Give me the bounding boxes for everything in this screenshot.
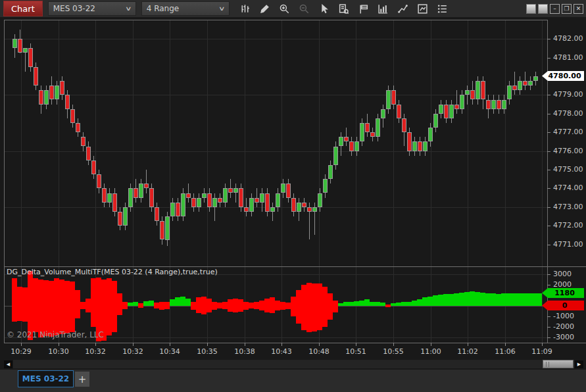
delta-bar: [417, 299, 422, 306]
candle-body: [70, 109, 75, 123]
delta-bar: [506, 293, 512, 306]
candle-body: [402, 118, 406, 132]
window-controls: –❐✕: [526, 4, 583, 14]
candle-body: [160, 221, 164, 239]
delta-bar: [280, 302, 285, 310]
tab-mes-03-22[interactable]: MES 03-22: [18, 370, 74, 387]
horizontal-gridline: [5, 207, 547, 208]
price-axis-tick: [547, 58, 550, 59]
zoom-out-icon[interactable]: [297, 2, 312, 15]
candle-body: [302, 203, 306, 207]
horizontal-scrollbar-thumb[interactable]: [543, 360, 574, 368]
zoom-in-icon[interactable]: [277, 2, 292, 15]
price-axis-label: 4773.00: [553, 203, 583, 211]
instrument-dropdown[interactable]: MES 03-22 ∨: [48, 1, 136, 16]
price-axis-tick: [547, 170, 550, 170]
scroll-right-button[interactable]: ▶: [575, 360, 583, 368]
arrow-left-icon: ◀: [7, 362, 10, 367]
candle-body: [307, 207, 312, 212]
candle-body: [297, 203, 301, 212]
close-button[interactable]: ✕: [574, 4, 583, 14]
period-dropdown[interactable]: 4 Range ∨: [141, 1, 230, 16]
candle-body: [139, 184, 143, 197]
price-axis-label: 4775.00: [553, 166, 583, 174]
price-axis-tick: [547, 132, 550, 133]
candle-body: [176, 203, 180, 216]
time-axis-label: 11:09: [531, 347, 552, 356]
price-axis-label: 4771.00: [553, 241, 583, 249]
scroll-left-button[interactable]: ◀: [4, 360, 12, 368]
candle-body: [423, 141, 427, 151]
delta-bar: [175, 297, 180, 306]
delta-bar: [38, 280, 43, 337]
vertical-gridline: [170, 20, 170, 343]
horizontal-scrollbar-track[interactable]: [13, 360, 574, 368]
delta-axis-tick: [547, 274, 550, 275]
indicators-icon[interactable]: [376, 2, 391, 15]
candle-wick: [514, 72, 515, 95]
candle-body: [491, 100, 496, 109]
candle-body: [397, 105, 401, 118]
candle-body: [433, 114, 438, 128]
candle-body: [344, 137, 349, 141]
candle-body: [454, 105, 459, 109]
properties-icon[interactable]: [415, 2, 430, 15]
chart-trader-icon[interactable]: [356, 2, 371, 15]
window-option-2-button[interactable]: [538, 4, 548, 14]
add-tab-button[interactable]: +: [75, 372, 89, 387]
candle-body: [449, 105, 454, 118]
price-axis-label: 4777.00: [553, 128, 583, 136]
candle-body: [533, 76, 538, 81]
delta-bar: [491, 293, 496, 306]
time-axis-label: 11:02: [457, 347, 478, 356]
delta-bar: [517, 293, 522, 306]
panel-divider[interactable]: [4, 266, 586, 267]
delta-bar: [480, 293, 485, 306]
arrow-right-icon: ▶: [577, 362, 581, 367]
delta-bar: [196, 297, 201, 313]
chart-menu-button[interactable]: Chart: [3, 1, 43, 16]
maximize-button[interactable]: ❐: [562, 4, 572, 14]
delta-bar: [201, 297, 207, 314]
window-option-1-button[interactable]: [526, 4, 536, 14]
delta-bar: [254, 302, 259, 308]
delta-bar: [154, 303, 159, 308]
delta-bar: [533, 293, 542, 306]
price-axis-tick: [547, 39, 550, 39]
candle-body: [465, 90, 470, 95]
delta-bar: [322, 287, 328, 327]
candle-body: [112, 193, 117, 212]
minimize-button[interactable]: –: [550, 4, 560, 14]
time-axis-tick: [95, 343, 96, 346]
time-axis-label: 10:55: [383, 347, 404, 356]
price-axis-label: 4779.00: [553, 91, 583, 99]
delta-bar: [17, 287, 22, 321]
cursor-icon[interactable]: [316, 2, 331, 15]
candle-body: [412, 141, 417, 151]
delta-bar: [112, 281, 117, 332]
data-box-icon[interactable]: [336, 2, 351, 15]
delta-bar: [496, 294, 501, 306]
tab-bar: MES 03-22 +: [0, 370, 586, 392]
delta-bar: [243, 302, 249, 310]
chart-border: [4, 343, 586, 343]
candle-body: [376, 118, 380, 137]
candle-body: [39, 90, 43, 104]
display-settings-icon[interactable]: [435, 2, 450, 15]
drawing-tools-icon[interactable]: [257, 2, 272, 15]
time-axis-label: 10:34: [159, 347, 180, 356]
time-axis-tick: [245, 343, 245, 346]
candle-body: [218, 198, 222, 203]
delta-bar: [380, 303, 385, 306]
delta-bar: [485, 293, 491, 306]
time-axis-tick: [468, 343, 468, 346]
delta-bar: [301, 285, 306, 330]
candle-body: [286, 184, 291, 197]
candle-body: [134, 188, 138, 197]
bar-type-icon[interactable]: [237, 2, 253, 15]
delta-bar: [333, 301, 338, 312]
candle-body: [333, 147, 338, 165]
draw-line-icon[interactable]: [395, 2, 410, 15]
delta-bar: [170, 299, 175, 306]
candle-body: [202, 193, 207, 198]
